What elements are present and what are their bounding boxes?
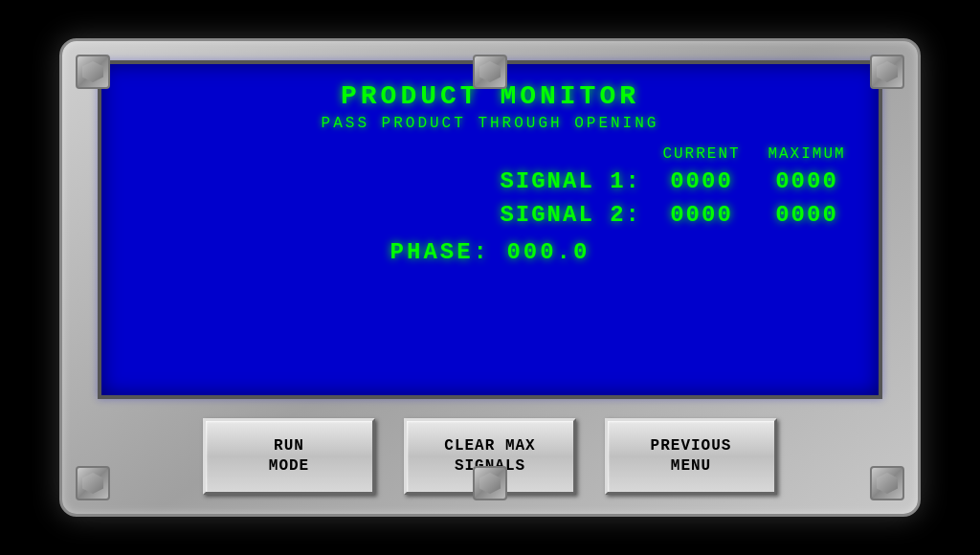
screen-subtitle: PASS PRODUCT THROUGH OPENING [322,115,659,132]
display-screen: PRODUCT MONITOR PASS PRODUCT THROUGH OPE… [98,60,882,399]
bolt-bottom-right [870,466,904,500]
bolt-top-right [870,55,904,89]
signal2-row: SIGNAL 2: 0000 0000 [121,202,859,228]
column-headers: CURRENT MAXIMUM [121,145,859,163]
maximum-header: MAXIMUM [754,145,859,163]
run-mode-button[interactable]: RUNMODE [203,418,375,495]
phase-row: PHASE: 000.0 [121,239,859,265]
previous-menu-button[interactable]: PREVIOUSMENU [605,418,777,495]
main-panel: PRODUCT MONITOR PASS PRODUCT THROUGH OPE… [59,38,921,517]
signal1-label: SIGNAL 1: [121,168,649,194]
bolt-top-middle [473,55,507,89]
signal2-maximum: 0000 [754,202,859,228]
signal1-row: SIGNAL 1: 0000 0000 [121,168,859,194]
signal2-current: 0000 [649,202,754,228]
bolt-bottom-left [76,466,110,500]
signal1-current: 0000 [649,168,754,194]
current-header: CURRENT [649,145,754,163]
bolt-top-left [76,55,110,89]
signal1-maximum: 0000 [754,168,859,194]
signal2-label: SIGNAL 2: [121,202,649,228]
bolt-bottom-middle [473,466,507,500]
